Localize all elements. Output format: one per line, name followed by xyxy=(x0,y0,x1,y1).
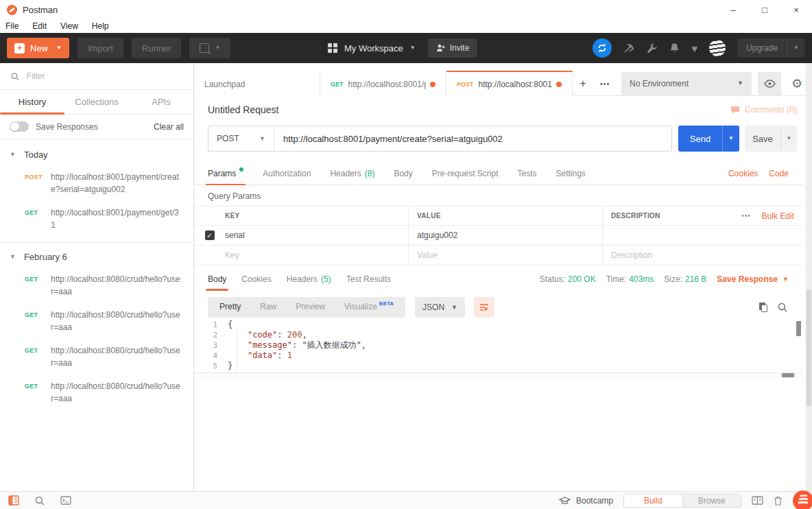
tab-response-cookies[interactable]: Cookies xyxy=(241,270,271,289)
tab-pre-request-script[interactable]: Pre-request Script xyxy=(432,162,499,185)
save-responses-toggle[interactable] xyxy=(10,121,29,132)
tab-params[interactable]: Params xyxy=(208,162,243,185)
history-group-header[interactable]: ▼ February 6 xyxy=(0,244,193,268)
add-tab-button[interactable]: + xyxy=(573,71,593,96)
view-raw[interactable]: Raw xyxy=(250,298,286,316)
tab-options-button[interactable]: ••• xyxy=(593,71,617,96)
history-url: http://localhost:8080/crud/hello?user=aa… xyxy=(51,344,182,369)
tab-apis[interactable]: APIs xyxy=(129,90,193,114)
tab-launchpad[interactable]: Launchpad xyxy=(194,71,320,96)
tab-tests[interactable]: Tests xyxy=(517,162,536,185)
browse-button[interactable]: Browse xyxy=(682,495,741,507)
send-options-button[interactable]: ▼ xyxy=(722,126,739,152)
find-replace-icon[interactable] xyxy=(35,496,45,506)
bootcamp-button[interactable]: Bootcamp xyxy=(559,496,613,506)
close-button[interactable]: × xyxy=(780,0,812,19)
response-body-viewer[interactable]: 1{2 "code": 200,3 "message": "插入数据成功",4 … xyxy=(194,320,802,372)
tab-response-headers[interactable]: Headers (5) xyxy=(287,270,331,289)
heart-icon[interactable]: ♥ xyxy=(691,43,697,54)
vertical-scrollbar-thumb[interactable] xyxy=(796,321,801,336)
environment-select[interactable]: No Environment ▼ xyxy=(621,72,752,95)
comments-button[interactable]: Comments (0) xyxy=(730,105,797,115)
api-network-icon[interactable] xyxy=(623,43,635,54)
history-item[interactable]: POST http://localhost:8001/payment/creat… xyxy=(0,165,193,201)
history-item[interactable]: GET http://localhost:8080/crud/hello?use… xyxy=(0,375,193,410)
cookies-link[interactable]: Cookies xyxy=(728,169,758,178)
param-description-placeholder[interactable]: Description xyxy=(602,246,802,265)
tab-post-request-active[interactable]: POST http://localhost:8001/pay... xyxy=(446,71,573,96)
param-key-placeholder[interactable]: Key xyxy=(225,246,408,265)
avatar[interactable] xyxy=(709,40,726,56)
trash-icon[interactable] xyxy=(774,496,783,506)
copy-icon[interactable] xyxy=(759,303,767,312)
two-pane-view-icon[interactable] xyxy=(752,496,763,505)
bulk-edit-link[interactable]: Bulk Edit xyxy=(762,211,794,221)
tab-history[interactable]: History xyxy=(0,90,64,114)
main-scrollbar[interactable] xyxy=(806,63,812,491)
workspace-name[interactable]: My Workspace xyxy=(344,43,403,54)
time-label: Time: xyxy=(606,274,627,284)
history-group-header[interactable]: ▼ Today xyxy=(0,142,193,165)
history-item[interactable]: GET http://localhost:8080/crud/hello?use… xyxy=(0,268,193,303)
invite-button[interactable]: Invite xyxy=(428,38,478,58)
filter-input[interactable] xyxy=(27,71,182,81)
param-value-placeholder[interactable]: Value xyxy=(408,246,602,265)
tab-get-request[interactable]: GET http://localhost:8001/pay... xyxy=(320,71,446,96)
line-number: 1 xyxy=(194,320,217,330)
url-input[interactable] xyxy=(274,126,672,152)
menu-view[interactable]: View xyxy=(60,21,78,31)
view-visualize[interactable]: Visualize BETA xyxy=(335,298,403,316)
horizontal-scrollbar-thumb[interactable] xyxy=(782,373,794,377)
search-response-icon[interactable] xyxy=(778,303,787,312)
build-button[interactable]: Build xyxy=(624,495,682,507)
tab-test-results[interactable]: Test Results xyxy=(346,270,391,289)
upgrade-button[interactable]: Upgrade ▼ xyxy=(737,38,805,58)
clear-all-link[interactable]: Clear all xyxy=(154,122,184,132)
tab-body[interactable]: Body xyxy=(394,162,412,185)
runner-button[interactable]: Runner xyxy=(132,38,182,58)
settings-gear-icon[interactable]: ⚙ xyxy=(787,72,807,95)
param-key-cell[interactable]: serial xyxy=(225,226,408,245)
tab-authorization[interactable]: Authorization xyxy=(263,162,311,185)
new-window-button[interactable]: ▼ xyxy=(189,38,230,58)
tab-collections[interactable]: Collections xyxy=(64,90,129,114)
param-checkbox-checked[interactable]: ✓ xyxy=(205,230,215,240)
request-title[interactable]: Untitled Request xyxy=(208,104,279,115)
table-more-button[interactable]: ••• xyxy=(741,212,751,220)
wrap-lines-button[interactable] xyxy=(474,297,494,318)
history-item[interactable]: GET http://localhost:8080/crud/hello?use… xyxy=(0,339,193,375)
main-scrollbar-thumb[interactable] xyxy=(807,289,811,406)
minimize-button[interactable]: – xyxy=(717,0,749,19)
save-options-button[interactable]: ▼ xyxy=(780,126,797,152)
menu-file[interactable]: File xyxy=(5,21,19,31)
view-preview[interactable]: Preview xyxy=(286,298,335,316)
horizontal-scrollbar[interactable] xyxy=(194,372,802,378)
param-description-cell[interactable] xyxy=(602,226,802,245)
settings-wrench-icon[interactable] xyxy=(647,43,658,54)
send-button[interactable]: Send xyxy=(678,126,722,152)
menu-help[interactable]: Help xyxy=(92,21,109,31)
sidebar-toggle-icon[interactable] xyxy=(8,495,19,506)
menu-edit[interactable]: Edit xyxy=(32,21,47,31)
param-value-cell[interactable]: atguigu002 xyxy=(408,226,602,245)
maximize-button[interactable]: □ xyxy=(749,0,780,19)
tab-settings[interactable]: Settings xyxy=(556,162,586,185)
environment-quick-look-button[interactable] xyxy=(758,72,781,95)
new-button[interactable]: + New ▼ xyxy=(7,38,69,58)
history-item[interactable]: GET http://localhost:8001/payment/get/31 xyxy=(0,201,193,237)
tab-headers[interactable]: Headers (8) xyxy=(330,162,374,185)
chevron-down-icon[interactable]: ▼ xyxy=(410,45,416,51)
view-pretty[interactable]: Pretty xyxy=(210,298,250,316)
history-item[interactable]: GET http://localhost:8080/crud/hello?use… xyxy=(0,303,193,339)
sync-status-icon[interactable] xyxy=(593,38,612,58)
notifications-bell-icon[interactable] xyxy=(669,43,680,54)
save-button[interactable]: Save xyxy=(745,126,780,152)
code-link[interactable]: Code xyxy=(769,169,789,178)
console-icon[interactable] xyxy=(60,496,71,505)
format-select[interactable]: JSON ▼ xyxy=(415,297,465,318)
tab-response-body[interactable]: Body xyxy=(208,270,226,289)
save-response-button[interactable]: Save Response ▼ xyxy=(717,274,789,284)
chevron-down-icon[interactable]: ▼ xyxy=(787,38,805,58)
import-button[interactable]: Import xyxy=(77,38,123,58)
method-select[interactable]: POST ▼ xyxy=(208,126,274,152)
